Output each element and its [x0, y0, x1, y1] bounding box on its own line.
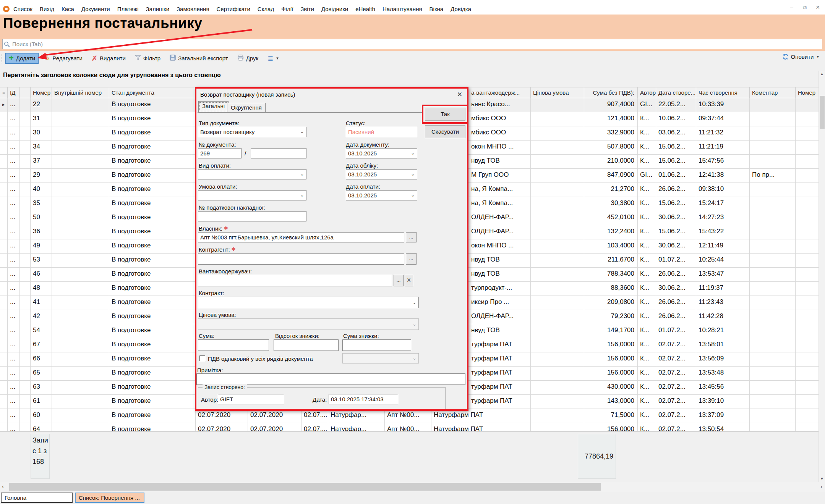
row-detail-button[interactable]: ... — [8, 239, 20, 254]
menu-item-eHealth[interactable]: eHealth — [355, 6, 375, 12]
chevron-down-icon[interactable]: ⌄ — [411, 150, 415, 156]
row-detail-button[interactable]: ... — [8, 112, 20, 126]
doc-num2-input[interactable] — [251, 148, 306, 158]
menu-item-Філії[interactable]: Філії — [281, 6, 293, 12]
chevron-down-icon[interactable]: ⌄ — [300, 129, 304, 134]
column-header-comment[interactable]: Коментар — [750, 87, 796, 98]
menu-item-Сертифікати[interactable]: Сертифікати — [217, 6, 250, 12]
column-header-internal[interactable]: Внутрішній номер — [52, 87, 109, 98]
menu-item-Платежі[interactable]: Платежі — [117, 6, 139, 12]
menu-item-Налаштування[interactable]: Налаштування — [383, 6, 422, 12]
search-box[interactable] — [2, 39, 822, 49]
row-detail-button[interactable]: ... — [8, 98, 20, 112]
owner-input[interactable]: Апт №003 пгт.Барышевка, ул.Киевский шлях… — [198, 232, 404, 242]
menu-item-Звіти[interactable]: Звіти — [300, 6, 314, 12]
tab-general[interactable]: Загальні — [198, 101, 229, 112]
search-input[interactable] — [11, 40, 822, 48]
row-detail-button[interactable]: ... — [8, 268, 20, 282]
row-detail-button[interactable]: ... — [8, 395, 20, 409]
table-row[interactable]: ...60В подготовке02.07.202002.07.202002.… — [0, 409, 819, 423]
table-row-partial[interactable]: ...64В подготовке02.07.202002.07.202002.… — [0, 423, 819, 431]
horizontal-scroll-thumb[interactable] — [9, 483, 601, 491]
doc-date-combo[interactable]: 03.10.2025⌄ — [346, 148, 417, 158]
row-detail-button[interactable]: ... — [8, 367, 20, 381]
Друк-button[interactable]: Друк — [234, 53, 262, 64]
row-detail-button[interactable]: ... — [8, 409, 20, 423]
row-detail-button[interactable]: ... — [8, 324, 20, 338]
tab-home[interactable]: Головна — [1, 493, 73, 503]
Видалити-button[interactable]: ✗Видалити — [88, 52, 129, 65]
row-detail-button[interactable]: ... — [8, 296, 20, 310]
row-detail-button[interactable]: ... — [8, 141, 20, 155]
chevron-down-icon[interactable]: ⌄ — [412, 299, 417, 305]
Редагувати-button[interactable]: ✎Редагувати — [41, 52, 86, 65]
columns-button[interactable]: ≣▾ — [264, 52, 282, 65]
minimize-icon[interactable]: – — [788, 4, 795, 11]
row-detail-button[interactable]: ... — [8, 381, 20, 395]
menu-item-Вихід[interactable]: Вихід — [40, 6, 54, 12]
menu-item-Замовлення[interactable]: Замовлення — [177, 6, 209, 12]
column-header-time[interactable]: Час створення — [696, 87, 750, 98]
menu-item-Документи[interactable]: Документи — [81, 6, 110, 12]
sum-input[interactable] — [198, 339, 269, 351]
close-icon[interactable]: ✕ — [814, 4, 821, 11]
row-detail-button[interactable]: ... — [8, 197, 20, 211]
chevron-down-icon[interactable]: ▾ — [276, 56, 279, 61]
chevron-down-icon[interactable]: ▾ — [817, 54, 819, 59]
receiver-input[interactable] — [198, 275, 392, 286]
column-header-sel[interactable]: ≡ — [0, 87, 8, 98]
row-detail-button[interactable]: ... — [8, 254, 20, 268]
column-header-blank[interactable] — [20, 87, 31, 98]
column-header-author[interactable]: Автор — [638, 87, 656, 98]
column-header-idbtn[interactable]: ІД — [8, 87, 20, 98]
column-header-created[interactable]: Дата створе... — [656, 87, 696, 98]
row-detail-button[interactable]: ... — [8, 211, 20, 225]
column-header-sum[interactable]: Сума без ПДВ): — [584, 87, 638, 98]
receiver-browse-button[interactable]: ... — [394, 275, 404, 286]
toolbar-grip[interactable] — [1, 53, 3, 63]
scroll-down-icon[interactable]: ▼ — [820, 477, 824, 481]
dialog-close-icon[interactable]: ✕ — [457, 90, 462, 99]
row-detail-button[interactable]: ... — [8, 338, 20, 352]
menu-item-Вікна[interactable]: Вікна — [430, 6, 444, 12]
column-header-price_cond[interactable]: Цінова умова — [531, 87, 584, 98]
chevron-down-icon[interactable]: ⌄ — [300, 171, 304, 177]
Додати-button[interactable]: +Додати — [5, 53, 39, 64]
row-detail-button[interactable]: ... — [8, 126, 20, 141]
restore-icon[interactable]: ⧉ — [801, 4, 808, 11]
menu-item-Список[interactable]: Список — [13, 6, 32, 12]
pay-date-combo[interactable]: 03.10.2025⌄ — [346, 190, 417, 200]
receiver-clear-button[interactable]: X — [405, 275, 413, 286]
Фільтр-button[interactable]: Фільтр — [131, 53, 164, 64]
acc-date-combo[interactable]: 03.10.2025⌄ — [346, 169, 417, 179]
row-detail-button[interactable]: ... — [8, 352, 20, 367]
ok-button[interactable]: Так — [425, 108, 465, 121]
doc-type-combo[interactable]: Возврат поставщику⌄ — [198, 127, 306, 137]
row-detail-button[interactable]: ... — [8, 225, 20, 239]
pay-kind-combo[interactable]: ⌄ — [198, 169, 306, 179]
menu-item-Довідка[interactable]: Довідка — [451, 6, 471, 12]
column-header-num[interactable]: Номер — [31, 87, 52, 98]
row-detail-button[interactable]: ... — [8, 282, 20, 296]
menu-item-Склад[interactable]: Склад — [258, 6, 274, 12]
refresh-button[interactable]: Оновити ▾ — [782, 53, 819, 60]
vertical-scrollbar[interactable]: ▲ ▼ — [819, 71, 825, 482]
tab-list-return[interactable]: Список: Повернення ... — [75, 493, 144, 503]
row-detail-button[interactable]: ... — [8, 423, 20, 431]
vertical-scroll-thumb[interactable] — [820, 96, 825, 129]
owner-browse-button[interactable]: ... — [406, 232, 417, 242]
column-header-num2[interactable]: Номер — [796, 87, 819, 98]
menu-item-Каса[interactable]: Каса — [62, 6, 74, 12]
chevron-down-icon[interactable]: ⌄ — [300, 192, 304, 198]
pay-cond-combo[interactable]: ⌄ — [198, 190, 306, 200]
tab-rounding[interactable]: Округлення — [227, 103, 266, 112]
chevron-down-icon[interactable]: ⌄ — [411, 171, 415, 177]
vat-combo[interactable]: ⌄ — [342, 353, 419, 363]
discount-sum-input[interactable] — [342, 339, 411, 351]
row-detail-button[interactable]: ... — [8, 310, 20, 324]
scroll-up-icon[interactable]: ▲ — [820, 72, 824, 76]
vat-checkbox[interactable] — [199, 355, 205, 361]
discount-pct-input[interactable] — [274, 339, 339, 351]
note-input[interactable] — [196, 373, 465, 385]
contract-combo[interactable]: ⌄ — [198, 297, 419, 308]
